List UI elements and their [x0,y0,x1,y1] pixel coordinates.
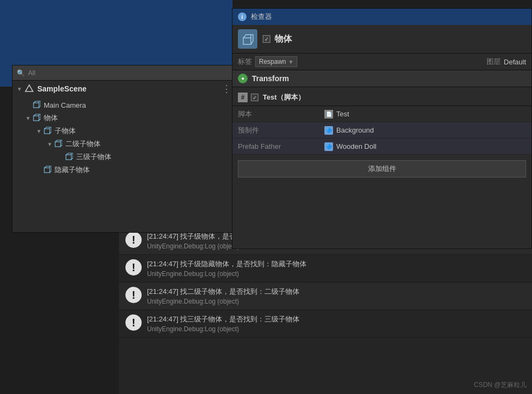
inspector-panel: i 检查器 物体 标签 Respawn ▼ 图层 Default ✦ Trans… [232,8,532,249]
inspector-title-bar: i 检查器 [232,9,531,25]
tag-dropdown-arrow: ▼ [288,59,294,65]
hierarchy-item-label: Main Camera [44,101,86,109]
prefab-value-container: 🔷 Background [324,126,374,135]
scene-menu-icon[interactable]: ⋮ [222,83,231,95]
script-value: Test [336,110,349,118]
svg-rect-5 [44,129,50,134]
console-text: [21:24:47] 找子级隐藏物体，是否找到：隐藏子物体 UnityEngin… [147,259,307,278]
hierarchy-item-label: 子物体 [55,126,76,136]
watermark: CSDN @芝麻粒儿 [474,380,527,390]
search-icon: 🔍 [17,69,25,77]
tag-label: 标签 [238,57,252,67]
list-item[interactable]: ▼ 物体 [12,111,236,124]
object-3d-icon [238,29,257,49]
list-item[interactable]: ▼ 子物体 [12,124,236,137]
script-component-name: Test（脚本） [263,93,305,102]
console-main-text: [21:24:47] 找二级子物体，是否找到：二级子物体 [147,287,300,297]
hierarchy-item-label: 物体 [44,113,58,123]
prefab-father-icon: 🔷 [324,142,333,151]
svg-rect-1 [34,103,39,108]
search-bar: 🔍 All [12,65,236,81]
info-icon: i [238,12,247,21]
console-sub-text: UnityEngine.Debug:Log (object) [147,325,300,333]
object-cube-icon [44,127,51,136]
prefab-icon: 🔷 [324,126,333,135]
console-item[interactable]: ! [21:24:47] 找三级子物体，是否找到：三级子物体 UnityEngi… [119,310,532,338]
console-item[interactable]: ! [21:24:47] 找二级子物体，是否找到：二级子物体 UnityEngi… [119,283,532,310]
add-component-label: 添加组件 [368,164,396,174]
object-cube-icon [44,166,51,175]
warning-icon: ! [125,287,142,303]
list-item[interactable]: ▼ 二级子物体 [12,137,236,150]
svg-rect-11 [44,168,50,173]
add-component-button[interactable]: 添加组件 [238,160,526,178]
script-row: 脚本 📄 Test [232,106,531,122]
prefab-label: 预制件 [238,126,324,135]
warning-icon: ! [125,232,142,248]
warning-icon: ! [125,259,142,275]
console-item[interactable]: ! [21:24:47] 找子级隐藏物体，是否找到：隐藏子物体 UnityEng… [119,255,532,283]
script-label: 脚本 [238,109,324,119]
console-sub-text: UnityEngine.Debug:Log (object) [147,270,307,278]
prefab-father-value: Wooden Doll [336,142,376,150]
script-component-header: # Test（脚本） [232,89,531,106]
transform-header: ✦ Transform [232,70,531,87]
layer-label: 图层 [487,57,501,67]
console-text: [21:24:47] 找二级子物体，是否找到：二级子物体 UnityEngine… [147,287,300,305]
hierarchy-item-label: 隐藏子物体 [55,165,90,175]
tag-dropdown[interactable]: Respawn ▼ [255,56,297,67]
scene-unity-icon [24,84,34,94]
object-cube-icon [33,114,41,123]
svg-rect-7 [55,142,61,147]
object-cube-icon [33,101,41,110]
prefab-father-value-container: 🔷 Wooden Doll [324,142,376,151]
object-header: 物体 [232,25,531,54]
tag-value: Respawn [259,58,286,65]
hierarchy-content: Main Camera ▼ 物体 ▼ 子物体 ▼ 二级子物体 [12,97,236,179]
svg-rect-9 [66,155,71,160]
search-input[interactable]: All [28,69,35,77]
transform-label: Transform [252,74,289,83]
object-cube-icon [65,153,73,162]
prefab-father-label: Prefab Father [238,142,324,150]
prefab-value: Background [336,126,374,134]
console-main-text: [21:24:47] 找子级隐藏物体，是否找到：隐藏子物体 [147,259,307,269]
expand-icon: ▼ [25,115,31,121]
scene-header[interactable]: ▼ SampleScene ⋮ [12,81,236,97]
svg-rect-3 [34,116,39,121]
hierarchy-item-label: 二级子物体 [65,139,101,149]
transform-icon: ✦ [238,74,248,83]
console-text: [21:24:47] 找三级子物体，是否找到：三级子物体 UnityEngine… [147,314,300,333]
hierarchy-panel: 🔍 All ▼ SampleScene ⋮ Main Camera ▼ [12,65,236,233]
scene-name[interactable]: SampleScene [37,84,87,93]
inspector-title: 检查器 [251,12,272,22]
hash-icon: # [238,93,248,102]
expand-icon: ▼ [47,141,52,147]
prefab-father-row: Prefab Father 🔷 Wooden Doll [232,139,531,155]
prefab-row: 预制件 🔷 Background [232,122,531,139]
tag-layer-row: 标签 Respawn ▼ 图层 Default [232,54,531,70]
console-sub-text: UnityEngine.Debug:Log (object) [147,298,300,305]
script-value-container: 📄 Test [324,110,349,119]
expand-arrow-icon: ▼ [17,86,22,91]
list-item[interactable]: 隐藏子物体 [12,163,236,176]
warning-icon: ! [125,314,142,331]
watermark-text: CSDN @芝麻粒儿 [474,381,527,389]
svg-rect-13 [243,38,251,44]
script-file-icon: 📄 [324,110,333,119]
object-cube-icon [55,140,62,149]
list-item[interactable]: Main Camera [12,99,236,111]
object-name: 物体 [275,34,292,45]
console-panel: ! [21:24:47] 找子级物体，是否找到：子物体 UnityEngine.… [119,226,532,394]
list-item[interactable]: 三级子物体 [12,150,236,163]
layer-value: Default [504,58,526,66]
checkbox[interactable] [263,35,270,43]
console-main-text: [21:24:47] 找三级子物体，是否找到：三级子物体 [147,314,300,324]
hierarchy-item-label: 三级子物体 [76,152,111,162]
svg-marker-0 [25,85,33,91]
script-checkbox[interactable] [251,94,258,101]
expand-icon: ▼ [36,128,42,134]
